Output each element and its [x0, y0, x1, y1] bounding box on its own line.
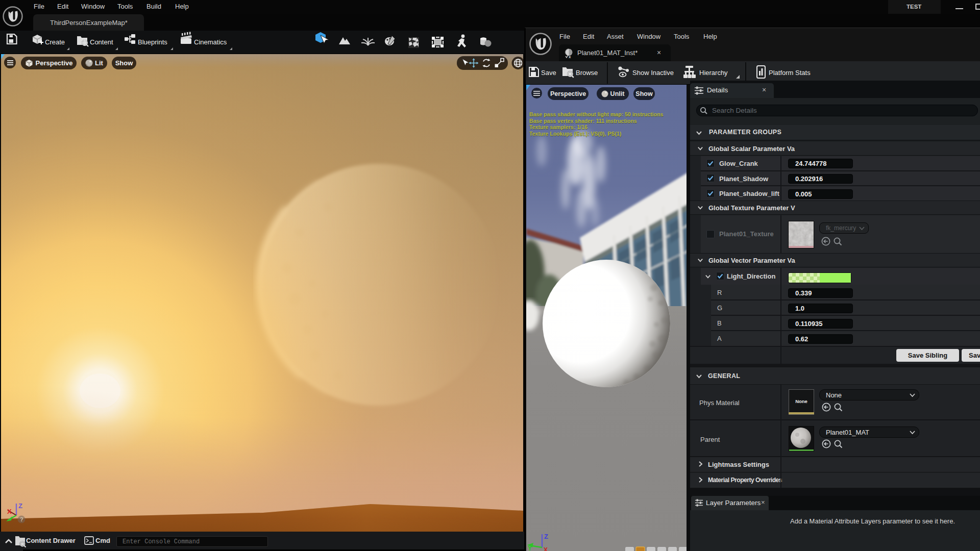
svg-text:Z: Z — [18, 502, 22, 510]
svg-text:Y: Y — [528, 545, 532, 551]
svg-text:X: X — [7, 508, 12, 515]
svg-text:X: X — [544, 546, 548, 551]
svg-text:Z: Z — [544, 533, 548, 540]
svg-text:?: ? — [20, 516, 23, 522]
svg-text:x: x — [569, 55, 571, 59]
